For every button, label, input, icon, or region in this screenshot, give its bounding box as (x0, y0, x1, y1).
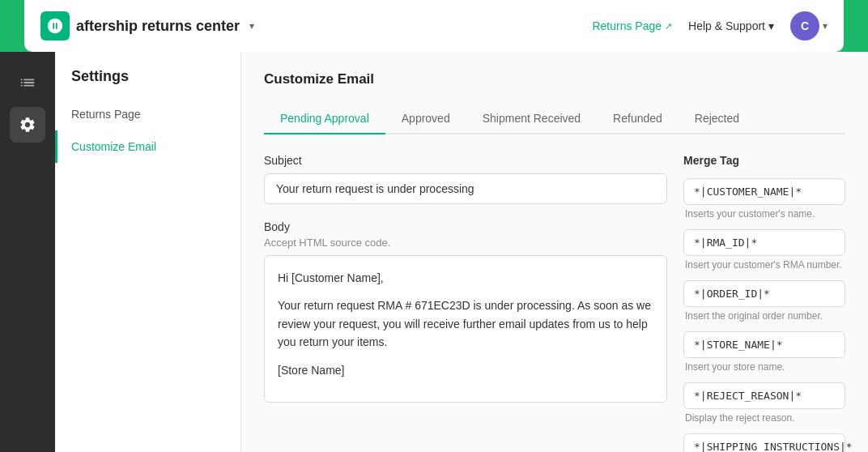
avatar[interactable]: C (790, 11, 819, 41)
app-chevron[interactable]: ▾ (249, 20, 254, 32)
avatar-chevron-icon[interactable]: ▾ (823, 20, 828, 32)
tab-shipment-received[interactable]: Shipment Received (466, 104, 597, 134)
subject-input[interactable] (264, 173, 667, 204)
merge-tag-hint-0: Inserts your customer's name. (683, 208, 845, 220)
tab-refunded[interactable]: Refunded (597, 104, 679, 134)
body-section: Body Accept HTML source code. (264, 220, 667, 249)
merge-tag-hint-3: Insert your store name. (683, 361, 845, 373)
merge-tag-hint-2: Insert the original order number. (683, 310, 845, 322)
settings-nav-returns-page[interactable]: Returns Page (55, 98, 240, 130)
main-col: Subject Body Accept HTML source code. Hi… (264, 154, 667, 452)
merge-tag-reject-reason[interactable]: *|REJECT_REASON|* (683, 382, 845, 409)
settings-title: Settings (55, 68, 240, 98)
logo-text: aftership returns center (76, 18, 240, 35)
body-line-1: Hi [Customer Name], (278, 269, 653, 287)
email-body-editor[interactable]: Hi [Customer Name], Your return request … (264, 255, 667, 403)
body-line-2: Your return request RMA # 671EC23D is un… (278, 296, 653, 351)
external-link-icon: ↗ (665, 21, 672, 32)
tab-pending-approval[interactable]: Pending Approval (264, 104, 385, 134)
merge-tag-title: Merge Tag (683, 154, 845, 167)
sidebar-item-settings[interactable] (10, 107, 45, 143)
merge-tag-order-id[interactable]: *|ORDER_ID|* (683, 280, 845, 307)
sidebar-item-returns[interactable] (10, 65, 45, 100)
help-support-button[interactable]: Help & Support ▾ (688, 19, 774, 32)
icon-sidebar (0, 52, 55, 452)
section-title: Customize Email (264, 71, 845, 87)
tab-approved[interactable]: Approved (385, 104, 466, 134)
email-tabs: Pending Approval Approved Shipment Recei… (264, 104, 845, 134)
returns-page-link[interactable]: Returns Page ↗ (592, 19, 672, 32)
body-hint: Accept HTML source code. (264, 237, 667, 249)
merge-tag-store-name[interactable]: *|STORE_NAME|* (683, 331, 845, 358)
body-line-3: [Store Name] (278, 361, 653, 379)
help-chevron-icon: ▾ (768, 19, 774, 32)
subject-label: Subject (264, 154, 667, 167)
merge-tag-sidebar: Merge Tag *|CUSTOMER_NAME|* Inserts your… (683, 154, 845, 452)
nav-right: Returns Page ↗ Help & Support ▾ C ▾ (592, 11, 828, 41)
merge-tag-shipping-instructions[interactable]: *|SHIPPING_INSTRUCTIONS|* (683, 433, 845, 452)
merge-tag-customer-name[interactable]: *|CUSTOMER_NAME|* (683, 178, 845, 205)
tab-rejected[interactable]: Rejected (679, 104, 755, 134)
two-col-layout: Subject Body Accept HTML source code. Hi… (264, 154, 845, 452)
logo-icon (40, 11, 70, 41)
merge-tag-hint-4: Display the reject reason. (683, 412, 845, 424)
logo-area: aftership returns center ▾ (40, 11, 254, 41)
settings-nav-customize-email[interactable]: Customize Email (55, 130, 240, 163)
merge-tag-hint-1: Insert your customer's RMA number. (683, 259, 845, 271)
settings-sidebar: Settings Returns Page Customize Email (55, 52, 241, 452)
merge-tag-rma-id[interactable]: *|RMA_ID|* (683, 229, 845, 256)
content-area: Customize Email Pending Approval Approve… (241, 52, 868, 452)
body-label: Body (264, 220, 667, 233)
